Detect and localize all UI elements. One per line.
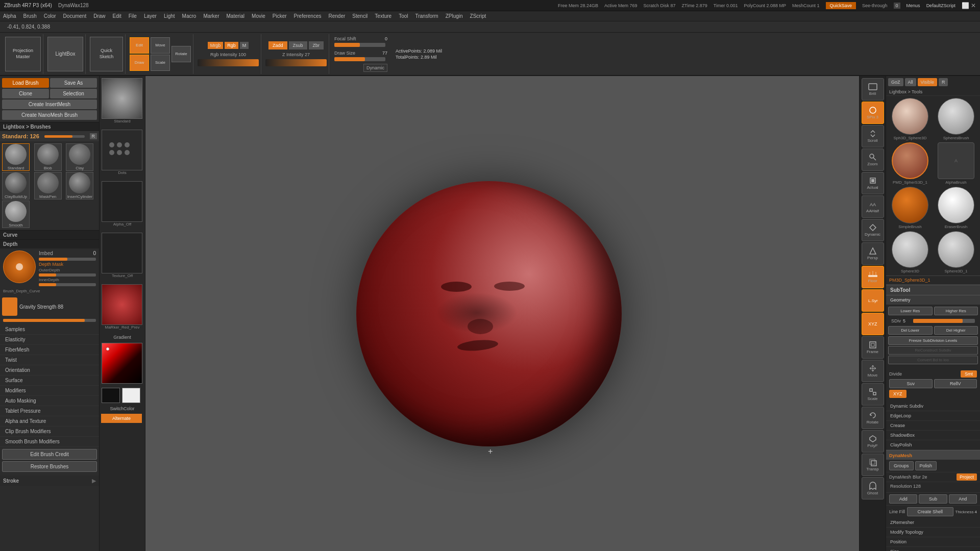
sdiv-slider[interactable] [913, 319, 975, 323]
freeze-subdiv-button[interactable]: Freeze SubDivision Levels [888, 336, 978, 345]
focal-shift-slider[interactable] [334, 43, 385, 47]
brush-thumb-claybuildup[interactable]: ClayBuildUp [2, 172, 30, 199]
rotate-button[interactable]: Rotate [172, 46, 191, 62]
draw-button[interactable]: Draw [130, 55, 149, 71]
menu-surface[interactable]: Surface [0, 375, 99, 386]
dynamic-subdiv-item[interactable]: Dynamic Subdiv [886, 402, 980, 411]
outer-depth-slider[interactable] [39, 273, 96, 277]
inner-depth-slider[interactable] [39, 283, 96, 286]
dots-alpha-thumb[interactable] [102, 130, 142, 170]
menu-macro[interactable]: Macro [182, 13, 197, 19]
tool-thumb-sphere3d[interactable]: Sph3D_Sphere3D [888, 98, 932, 140]
menu-layer[interactable]: Layer [144, 13, 157, 19]
suv-button[interactable]: Suv [889, 379, 933, 388]
tool-thumb-spheresbrush[interactable]: SpheresBrush [934, 98, 978, 140]
tool-thumb-alpha[interactable]: A AlphaBrush [934, 142, 978, 185]
convert-bd-button[interactable]: Convert Bd to loo [888, 356, 978, 364]
m-button[interactable]: M [240, 42, 249, 49]
geometry-header[interactable]: Geometry [886, 295, 980, 305]
brush-thumb-standard[interactable]: Standard [2, 143, 30, 171]
selection-button[interactable]: SelectIon [50, 89, 97, 98]
spix-button[interactable]: SPix 3 [862, 102, 884, 124]
zadd-button[interactable]: Zadd [268, 41, 287, 49]
add-button[interactable]: Add [889, 494, 917, 504]
visible-button[interactable]: Visible [918, 78, 937, 86]
save-as-button[interactable]: Save As [50, 78, 97, 88]
higher-res-button[interactable]: Higher Res [934, 307, 978, 315]
goz-button[interactable]: GoZ [888, 78, 903, 86]
polyf-button[interactable]: PolyF [862, 430, 884, 453]
move-button[interactable]: Move [151, 37, 170, 54]
menu-preferences[interactable]: Preferences [294, 13, 322, 19]
menu-movie[interactable]: Movie [252, 13, 265, 19]
rotate-icon-button[interactable]: Rotate [862, 407, 884, 429]
and-button[interactable]: And [949, 494, 977, 504]
curve-section-label[interactable]: Curve [0, 230, 99, 239]
default-zscript[interactable]: DefaultZScript [926, 3, 955, 8]
canvas-area[interactable]: + [145, 76, 859, 551]
menu-brush[interactable]: Brush [23, 13, 37, 19]
ghost-button[interactable]: Ghost [862, 477, 884, 499]
scroll-button[interactable]: Scroll [862, 125, 884, 147]
brush-size-slider[interactable] [44, 135, 85, 138]
reconstruct-subdiv-button[interactable]: ReConstruct Subdiv [888, 346, 978, 355]
dynamesh-header[interactable]: DynaMesh [886, 450, 980, 460]
menu-zplugin[interactable]: ZPlugin [446, 13, 463, 19]
load-brush-button[interactable]: Load Brush [2, 78, 49, 88]
menu-tablet-pressure[interactable]: Tablet Pressure [0, 406, 99, 416]
zremesher-item[interactable]: ZRemesher [886, 518, 980, 528]
switch-color-label[interactable]: SwitchColor [100, 405, 145, 412]
create-nano-mesh-button[interactable]: Create NanoMesh Brush [2, 110, 97, 120]
all-button[interactable]: All [905, 78, 916, 86]
brush-thumb-blob[interactable]: Blob [34, 143, 62, 171]
rgb-intensity-slider[interactable] [198, 59, 259, 66]
menu-file[interactable]: File [129, 13, 137, 19]
smt-button[interactable]: Smt [961, 370, 977, 378]
brush-thumb-maskpen[interactable]: MaskPen [34, 172, 62, 199]
dynamic-button[interactable]: Dynamic [363, 64, 387, 72]
transp-button[interactable]: Transp [862, 454, 884, 476]
shadowbox-item[interactable]: ShadowBox [886, 431, 980, 440]
foreground-color-swatch[interactable] [102, 388, 120, 403]
polish-button[interactable]: Polish [915, 461, 937, 470]
xyz-icon-button[interactable]: XYZ [862, 313, 884, 335]
menu-picker[interactable]: Picker [273, 13, 287, 19]
alpha-off-thumb[interactable] [102, 181, 142, 222]
move-icon-button[interactable]: Move [862, 360, 884, 382]
menu-document[interactable]: Document [63, 13, 87, 19]
projection-master-button[interactable]: Projection Master [5, 37, 41, 71]
color-picker-gradient[interactable] [102, 343, 142, 384]
sub-button[interactable]: Sub [919, 494, 947, 504]
local-sym-button[interactable]: L.Sym [862, 289, 884, 312]
rgb-button[interactable]: Rgb [225, 42, 238, 49]
size-item[interactable]: Size [886, 547, 980, 551]
brush-thumb-insertcylinder[interactable]: InsertCylinder [66, 172, 93, 199]
tool-thumb-simple[interactable]: SimpleBrush [888, 187, 932, 229]
alternate-button[interactable]: Alternate [101, 414, 142, 423]
menu-modifiers[interactable]: Modifiers [0, 386, 99, 396]
menu-auto-masking[interactable]: Auto Masking [0, 396, 99, 406]
dynamic-icon-button[interactable]: Dynamic [862, 219, 884, 241]
mrgb-button[interactable]: Mrgb [208, 42, 224, 49]
persp-button[interactable]: Persp [862, 242, 884, 265]
window-controls[interactable]: ⬜ ✕ [962, 2, 976, 9]
brush-thumb-smooth[interactable]: Smooth [2, 201, 30, 228]
brill-button[interactable]: Brill [862, 78, 884, 101]
imbed-slider[interactable] [39, 258, 96, 261]
create-shell-button[interactable]: Create Shell [907, 507, 953, 516]
actual-button[interactable]: Actual [862, 172, 884, 194]
clone-button[interactable]: Clone [2, 89, 49, 98]
draw-size-slider[interactable] [334, 57, 385, 61]
modify-topology-item[interactable]: Modify Topology [886, 528, 980, 537]
menu-clip-brush-mod[interactable]: Clip Brush Modifiers [0, 427, 99, 437]
clay-polish-item[interactable]: ClayPolish [886, 440, 980, 450]
gravity-slider[interactable] [3, 319, 96, 322]
quick-sketch-button[interactable]: Quick Sketch [90, 37, 123, 71]
menu-twist[interactable]: Twist [0, 355, 99, 365]
menu-material[interactable]: Material [227, 13, 245, 19]
depth-section-label[interactable]: Depth [0, 239, 99, 248]
scale-button[interactable]: Scale [151, 55, 170, 71]
reliv-button[interactable]: RellV [934, 379, 977, 388]
groups-button[interactable]: Groups [889, 461, 914, 470]
tool-thumb-pmd-sphere[interactable]: PMD_SpherS3D_1 [888, 142, 932, 185]
